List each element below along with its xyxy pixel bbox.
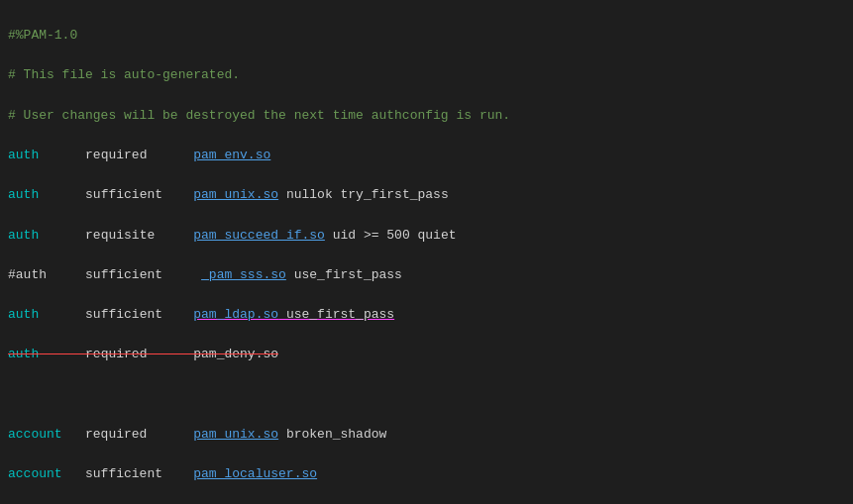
line-11: account required pam_unix.so broken_shad… [8,425,845,445]
line-8: auth sufficient pam_ldap.so use_first_pa… [8,305,845,325]
line-7: #auth sufficient pam_sss.so use_first_pa… [8,265,845,285]
line-12: account sufficient pam_localuser.so [8,464,845,484]
line-2: # This file is auto-generated. [8,65,845,85]
line-10 [8,385,845,405]
line-3: # User changes will be destroyed the nex… [8,106,845,126]
line-9: auth required pam_deny.so [8,345,845,364]
line-6: auth requisite pam_succeed_if.so uid >= … [8,226,845,246]
code-editor: #%PAM-1.0 # This file is auto-generated.… [0,0,853,504]
line-1: #%PAM-1.0 [8,26,845,46]
line-5: auth sufficient pam_unix.so nullok try_f… [8,185,845,205]
line-4: auth required pam_env.so [8,146,845,165]
